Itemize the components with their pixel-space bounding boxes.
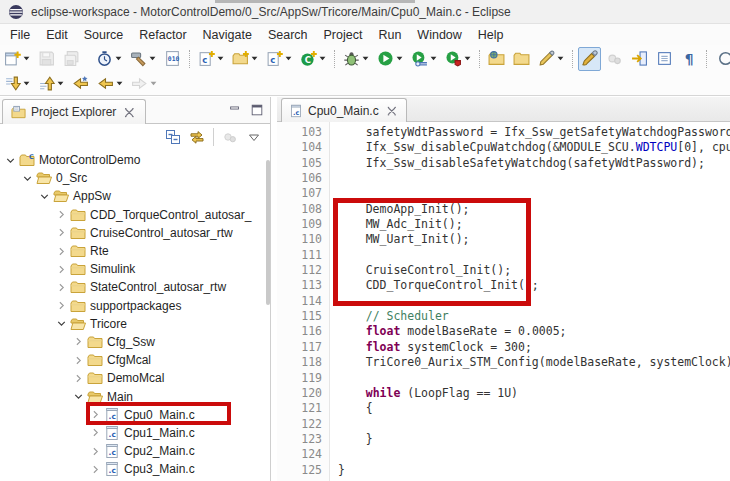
tree-item-cpu1-main-c[interactable]: .cCpu1_Main.c [0, 424, 270, 442]
chevron-right-icon[interactable] [55, 208, 70, 221]
new-target-button[interactable]: C [297, 47, 329, 71]
dropdown-arrow-icon[interactable] [149, 56, 156, 61]
code-line-106[interactable]: 106 [277, 171, 730, 186]
tree-item-motorcontroldemo[interactable]: CMotorControlDemo [0, 151, 270, 169]
code-line-114[interactable]: 114 [277, 294, 730, 309]
block-selection-button[interactable] [653, 47, 676, 71]
run-history-button[interactable] [408, 47, 440, 71]
new-c-source-button[interactable]: c [263, 47, 295, 71]
code-line-125[interactable]: 125} [277, 463, 730, 478]
new-c-folder-button[interactable] [229, 47, 261, 71]
dropdown-arrow-icon[interactable] [23, 81, 30, 86]
menu-item-run[interactable]: Run [370, 26, 409, 44]
code-line-117[interactable]: 117 float systemClock = 300; [277, 340, 730, 355]
dropdown-arrow-icon[interactable] [362, 56, 369, 61]
tree-item-demomcal[interactable]: DemoMcal [0, 369, 270, 387]
dropdown-arrow-icon[interactable] [57, 81, 64, 86]
marker-pen-button[interactable] [535, 47, 567, 71]
code-line-111[interactable]: 111 [277, 248, 730, 263]
gray-dots-button[interactable] [603, 47, 626, 71]
forward-button[interactable] [128, 72, 160, 96]
chevron-right-icon[interactable] [72, 372, 87, 385]
code-line-115[interactable]: 115 // Scheduler [277, 309, 730, 324]
open-element-button[interactable] [510, 47, 533, 71]
code-line-119[interactable]: 119 [277, 371, 730, 386]
tree-item-simulink[interactable]: Simulink [0, 260, 270, 278]
menu-item-project[interactable]: Project [316, 26, 371, 44]
dropdown-arrow-icon[interactable] [115, 56, 122, 61]
code-line-118[interactable]: 118 TriCore0_Aurix_STM_Config(modelBaseR… [277, 355, 730, 370]
dropdown-arrow-icon[interactable] [23, 56, 30, 61]
menu-item-refactor[interactable]: Refactor [131, 26, 194, 44]
tree-item-tricore[interactable]: Tricore [0, 315, 270, 333]
menu-item-navigate[interactable]: Navigate [195, 26, 260, 44]
code-line-116[interactable]: 116 float modelBaseRate = 0.0005; [277, 324, 730, 339]
tree-item-cruisecontrol-autosar-rtw[interactable]: CruiseControl_autosar_rtw [0, 224, 270, 242]
show-whitespace-button[interactable]: ¶ [678, 47, 701, 71]
dropdown-arrow-icon[interactable] [557, 56, 564, 61]
tree-item-cfg-ssw[interactable]: Cfg_Ssw [0, 333, 270, 351]
chevron-right-icon[interactable] [55, 263, 70, 276]
tree-item-cpu3-main-c[interactable]: .cCpu3_Main.c [0, 460, 270, 478]
stopwatch-button[interactable] [93, 47, 125, 71]
close-icon[interactable] [122, 105, 137, 120]
debug-button[interactable] [340, 47, 372, 71]
code-line-124[interactable]: 124 [277, 447, 730, 462]
code-line-105[interactable]: 105 Ifx_Ssw_disableSafetyWatchdog(safety… [277, 156, 730, 171]
binary-view-button[interactable]: 010 [161, 47, 184, 71]
chevron-right-icon[interactable] [89, 463, 104, 476]
profile-button[interactable] [442, 47, 474, 71]
tab-cpu0-main[interactable]: .c Cpu0_Main.c [281, 98, 407, 122]
code-line-122[interactable]: 122 [277, 417, 730, 432]
chevron-right-icon[interactable] [72, 335, 87, 348]
chevron-right-icon[interactable] [55, 245, 70, 258]
chevron-down-icon[interactable] [38, 190, 53, 203]
code-line-110[interactable]: 110 MW_Uart_Init(); [277, 232, 730, 247]
back-button[interactable] [94, 72, 126, 96]
chevron-right-icon[interactable] [89, 408, 104, 421]
chevron-down-icon[interactable] [72, 390, 87, 403]
tree-item-appsw[interactable]: AppSw [0, 187, 270, 205]
tree-item-supportpackages[interactable]: supportpackages [0, 297, 270, 315]
code-line-121[interactable]: 121 { [277, 401, 730, 416]
tree-item-statecontrol-autosar-rtw[interactable]: StateControl_autosar_rtw [0, 278, 270, 296]
chevron-down-icon[interactable] [55, 317, 70, 330]
menu-item-window[interactable]: Window [409, 26, 469, 44]
dropdown-arrow-icon[interactable] [251, 56, 258, 61]
menu-item-file[interactable]: File [2, 26, 38, 44]
chevron-right-icon[interactable] [55, 226, 70, 239]
close-icon[interactable] [385, 104, 399, 118]
view-menu-dots-button[interactable] [219, 125, 241, 149]
code-line-112[interactable]: 112 CruiseControl_Init(); [277, 263, 730, 278]
tree-item-main[interactable]: Main [0, 387, 270, 405]
code-line-107[interactable]: 107 [277, 186, 730, 201]
previous-annotation-button[interactable] [35, 72, 67, 96]
tab-project-explorer[interactable]: Project Explorer [2, 99, 146, 124]
tree-item-cfgmcal[interactable]: CfgMcal [0, 351, 270, 369]
view-menu-button[interactable] [243, 125, 265, 149]
code-line-109[interactable]: 109 MW_Adc_Init(); [277, 217, 730, 232]
dropdown-arrow-icon[interactable] [464, 56, 471, 61]
tree-item-cpu2-main-c[interactable]: .cCpu2_Main.c [0, 442, 270, 460]
dropdown-arrow-icon[interactable] [217, 56, 224, 61]
chevron-right-icon[interactable] [89, 426, 104, 439]
new-wizard-button[interactable] [1, 47, 33, 71]
run-button[interactable] [374, 47, 406, 71]
code-line-113[interactable]: 113 CDD_TorqueControl_Init(); [277, 278, 730, 293]
save-all-button[interactable] [60, 47, 83, 71]
code-line-108[interactable]: 108 DemoApp_Init(); [277, 202, 730, 217]
maximize-view-button[interactable] [250, 103, 264, 117]
tree-item-rte[interactable]: Rte [0, 242, 270, 260]
dropdown-arrow-icon[interactable] [285, 56, 292, 61]
dropdown-arrow-icon[interactable] [116, 81, 123, 86]
tree-item-cdd-torquecontrol-autosar-[interactable]: CDD_TorqueControl_autosar_ [0, 206, 270, 224]
collapse-all-button[interactable] [162, 125, 184, 149]
tree-item-0-src[interactable]: 0_Src [0, 169, 270, 187]
dropdown-arrow-icon[interactable] [319, 56, 326, 61]
dropdown-arrow-icon[interactable] [150, 81, 157, 86]
chevron-right-icon[interactable] [55, 299, 70, 312]
menu-item-search[interactable]: Search [260, 26, 316, 44]
search-button[interactable] [712, 47, 730, 71]
dropdown-arrow-icon[interactable] [396, 56, 403, 61]
chevron-down-icon[interactable] [4, 154, 19, 167]
